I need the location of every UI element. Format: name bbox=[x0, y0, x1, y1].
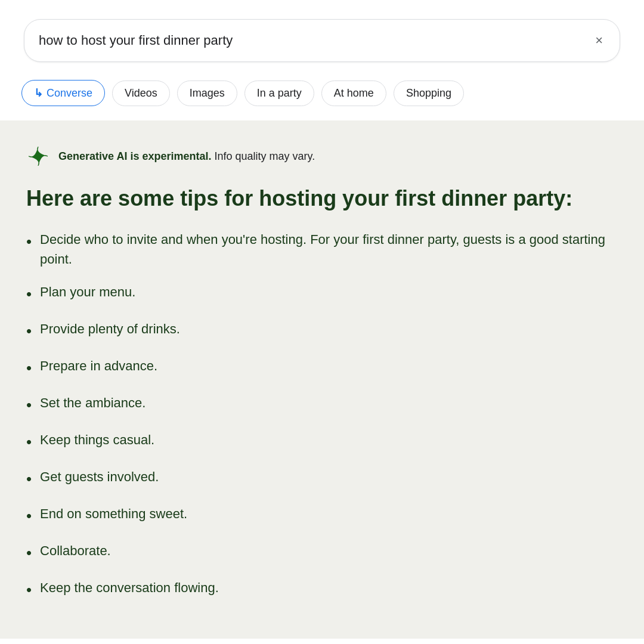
chip-converse-label: Converse bbox=[47, 87, 92, 100]
chip-videos[interactable]: Videos bbox=[112, 80, 170, 106]
chip-in-a-party[interactable]: In a party bbox=[244, 80, 314, 106]
content-section: Generative AI is experimental. Info qual… bbox=[0, 120, 644, 639]
ai-notice-text: Generative AI is experimental. Info qual… bbox=[58, 150, 315, 163]
search-bar-section: × bbox=[0, 0, 644, 74]
clear-icon[interactable]: × bbox=[593, 30, 605, 51]
list-item: Collaborate. bbox=[26, 541, 618, 565]
ai-notice-rest: Info quality may vary. bbox=[211, 150, 315, 162]
tips-list: Decide who to invite and when you're hos… bbox=[26, 230, 618, 602]
search-bar: × bbox=[24, 19, 620, 62]
chip-shopping-label: Shopping bbox=[406, 87, 451, 100]
chip-converse[interactable]: ↳ Converse bbox=[21, 80, 105, 106]
ai-notice-bold: Generative AI is experimental. bbox=[58, 150, 211, 162]
converse-arrow-icon: ↳ bbox=[34, 86, 43, 100]
list-item: End on something sweet. bbox=[26, 504, 618, 528]
ai-notice: Generative AI is experimental. Info qual… bbox=[26, 144, 618, 168]
list-item: Keep the conversation flowing. bbox=[26, 578, 618, 602]
chip-images[interactable]: Images bbox=[177, 80, 237, 106]
chip-at-home-label: At home bbox=[334, 87, 374, 100]
chip-at-home[interactable]: At home bbox=[321, 80, 386, 106]
list-item: Decide who to invite and when you're hos… bbox=[26, 230, 618, 269]
list-item: Prepare in advance. bbox=[26, 356, 618, 380]
list-item: Get guests involved. bbox=[26, 467, 618, 491]
list-item: Plan your menu. bbox=[26, 282, 618, 306]
ai-sparkle-icon bbox=[26, 144, 50, 168]
main-heading: Here are some tips for hosting your firs… bbox=[26, 185, 618, 213]
chip-in-a-party-label: In a party bbox=[257, 87, 302, 100]
chip-videos-label: Videos bbox=[125, 87, 157, 100]
list-item: Keep things casual. bbox=[26, 430, 618, 454]
list-item: Provide plenty of drinks. bbox=[26, 319, 618, 343]
search-input[interactable] bbox=[39, 33, 593, 48]
filter-chips-section: ↳ Converse Videos Images In a party At h… bbox=[0, 74, 644, 120]
chip-images-label: Images bbox=[190, 87, 225, 100]
chip-shopping[interactable]: Shopping bbox=[394, 80, 464, 106]
list-item: Set the ambiance. bbox=[26, 393, 618, 417]
